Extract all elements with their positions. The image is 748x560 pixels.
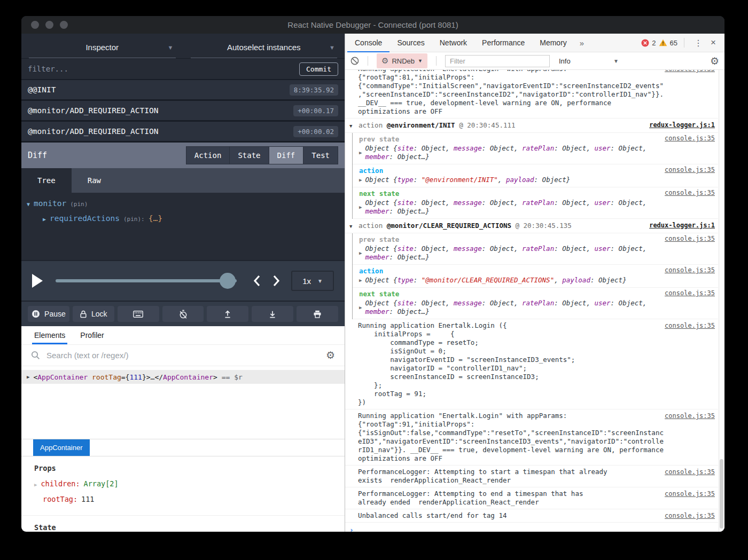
- execution-context-select[interactable]: ⚙ RNDeb ▼: [377, 53, 427, 68]
- download-state-button[interactable]: [252, 306, 293, 322]
- tab-diff[interactable]: Diff: [269, 146, 304, 164]
- source-link[interactable]: console.js:35: [665, 70, 715, 73]
- source-link[interactable]: console.js:35: [665, 235, 715, 242]
- upload-state-button[interactable]: [207, 306, 248, 322]
- expand-icon[interactable]: ▶: [359, 303, 362, 312]
- tab-test[interactable]: Test: [303, 146, 338, 164]
- breadcrumb-appcontainer[interactable]: AppContainer: [33, 439, 90, 456]
- clear-console-icon[interactable]: [350, 57, 359, 65]
- tree-node-required-actions[interactable]: ▶ requiredActions (pin): {…}: [43, 214, 339, 223]
- expand-icon[interactable]: ▶: [359, 176, 362, 184]
- tab-action[interactable]: Action: [186, 146, 230, 164]
- log-group-header[interactable]: redux-logger.js:1▼action @environment/IN…: [345, 119, 718, 133]
- tab-sources[interactable]: Sources: [389, 34, 432, 52]
- log-level-select[interactable]: Info ▼: [555, 57, 619, 65]
- print-button[interactable]: [297, 306, 338, 322]
- play-icon[interactable]: [32, 274, 43, 288]
- expand-icon[interactable]: ▶: [43, 216, 46, 222]
- slider-handle[interactable]: [220, 273, 236, 289]
- playback-slider[interactable]: [56, 279, 237, 282]
- props-title: Props: [34, 464, 332, 472]
- breadcrumb: AppContainer: [21, 439, 345, 456]
- expand-icon[interactable]: ▶: [359, 249, 362, 257]
- more-tabs-icon[interactable]: »: [574, 38, 589, 48]
- playback-speed-select[interactable]: 1x ▼: [291, 271, 334, 291]
- expand-icon[interactable]: ▶: [359, 203, 362, 211]
- element-tree-row-appcontainer[interactable]: ▶ <AppContainer rootTag={111}>…</AppCont…: [21, 370, 345, 384]
- tab-profiler[interactable]: Profiler: [80, 326, 104, 344]
- log-entry: console.js:35PerformanceLogger: Attempti…: [345, 466, 718, 487]
- element-markup: <AppContainer rootTag={111}>…</AppContai…: [33, 373, 242, 381]
- close-devtools-icon[interactable]: ×: [708, 37, 722, 48]
- console-filter-input[interactable]: [445, 55, 550, 67]
- tab-memory[interactable]: Memory: [532, 34, 574, 52]
- collapse-icon[interactable]: ▼: [349, 222, 359, 231]
- pause-icon: [32, 310, 40, 318]
- commit-button[interactable]: Commit: [299, 62, 338, 76]
- error-count[interactable]: 2: [652, 39, 656, 47]
- inspector-select[interactable]: Inspector ▼: [29, 37, 176, 58]
- tab-state[interactable]: State: [229, 146, 269, 164]
- log-entry: console.js:35Running application "Enerta…: [345, 409, 718, 466]
- source-link[interactable]: console.js:35: [665, 468, 715, 476]
- lock-button[interactable]: Lock: [73, 306, 114, 322]
- action-timestamp: +00:00.02: [293, 126, 338, 137]
- expand-icon[interactable]: ▶: [359, 276, 362, 285]
- expand-icon[interactable]: ▶: [359, 148, 362, 157]
- dispatcher-toolbar: Pause Lock: [21, 301, 345, 326]
- console-toolbar: ⚙ RNDeb ▼ Info ▼ ⚙: [345, 52, 724, 70]
- pause-button[interactable]: Pause: [28, 306, 69, 322]
- source-link[interactable]: console.js:35: [665, 511, 715, 520]
- prop-row-roottag[interactable]: rootTag: 111: [43, 495, 332, 503]
- expand-icon[interactable]: ▶: [27, 374, 29, 380]
- action-row-add-required-2[interactable]: @monitor/ADD_REQUIRED_ACTION +00:00.02: [21, 122, 345, 143]
- tree-node-monitor[interactable]: ▼ monitor (pin): [27, 199, 339, 208]
- log-group-header[interactable]: redux-logger.js:1▼action @monitor/CLEAR_…: [345, 219, 718, 233]
- source-link[interactable]: console.js:35: [665, 490, 715, 498]
- log-entry: console.js:35 prev state ▶Object {site: …: [353, 133, 718, 164]
- action-filter-row: Commit: [21, 58, 345, 80]
- tab-tree[interactable]: Tree: [21, 168, 72, 193]
- keyboard-button[interactable]: [118, 306, 159, 322]
- kebab-menu-icon[interactable]: ⋮: [691, 38, 706, 48]
- step-back-icon[interactable]: [247, 275, 267, 287]
- chrome-devtools-panel: Console Sources Network Performance Memo…: [345, 34, 724, 532]
- source-link[interactable]: console.js:35: [665, 412, 715, 420]
- tab-raw[interactable]: Raw: [72, 168, 117, 193]
- expand-icon[interactable]: ▶: [34, 482, 37, 487]
- tab-network[interactable]: Network: [432, 34, 474, 52]
- console-prompt[interactable]: ›: [345, 523, 718, 532]
- source-link[interactable]: redux-logger.js:1: [649, 121, 715, 130]
- action-row-add-required-1[interactable]: @monitor/ADD_REQUIRED_ACTION +00:00.17: [21, 101, 345, 122]
- source-link[interactable]: console.js:35: [665, 266, 715, 274]
- log-group: redux-logger.js:1▼action @monitor/CLEAR_…: [345, 219, 718, 319]
- chevron-down-icon: ▼: [329, 44, 335, 51]
- autoselect-instances-select[interactable]: Autoselect instances ▼: [191, 37, 338, 58]
- collapse-icon[interactable]: ▼: [27, 201, 30, 207]
- tab-performance[interactable]: Performance: [474, 34, 532, 52]
- log-entry: console.js:35 prev state ▶Object {site: …: [353, 233, 718, 265]
- action-row-init[interactable]: @@INIT 8:39:35.92: [21, 80, 345, 101]
- disable-timer-button[interactable]: [162, 306, 204, 322]
- source-link[interactable]: console.js:35: [665, 135, 715, 142]
- gear-icon[interactable]: ⚙: [326, 349, 335, 361]
- prop-row-children[interactable]: ▶ children: Array[2]: [34, 479, 332, 488]
- upload-icon: [224, 310, 231, 318]
- source-link[interactable]: console.js:35: [665, 189, 715, 196]
- tab-console[interactable]: Console: [347, 34, 389, 52]
- source-link[interactable]: console.js:35: [665, 321, 715, 330]
- element-search-input[interactable]: [46, 351, 320, 360]
- chevron-down-icon: ▼: [317, 278, 323, 284]
- scrollbar[interactable]: [719, 70, 724, 532]
- chevron-down-icon: ▼: [613, 58, 619, 64]
- warning-count[interactable]: 65: [670, 39, 677, 47]
- collapse-icon[interactable]: ▼: [349, 122, 359, 131]
- console-settings-gear-icon[interactable]: ⚙: [710, 55, 719, 67]
- source-link[interactable]: console.js:35: [665, 289, 715, 297]
- tab-elements[interactable]: Elements: [34, 326, 65, 344]
- source-link[interactable]: redux-logger.js:1: [649, 221, 715, 230]
- action-filter-input[interactable]: [28, 65, 299, 73]
- scrollbar-thumb[interactable]: [720, 459, 723, 529]
- source-link[interactable]: console.js:35: [665, 166, 715, 173]
- step-forward-icon[interactable]: [267, 275, 286, 287]
